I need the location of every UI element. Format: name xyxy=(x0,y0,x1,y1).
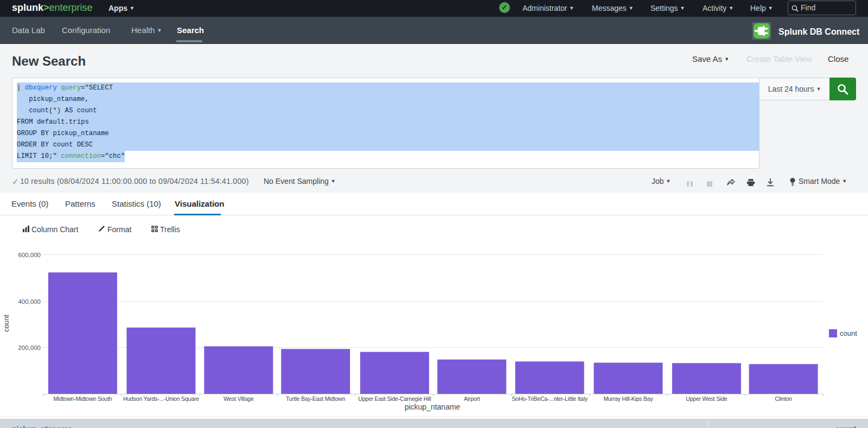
svg-text:Midtown-Midtown South: Midtown-Midtown South xyxy=(53,395,112,402)
svg-text:pickup_ntaname: pickup_ntaname xyxy=(405,403,461,411)
svg-text:Hudson Yards-...-Union Square: Hudson Yards-...-Union Square xyxy=(123,395,199,402)
svg-text:600,000: 600,000 xyxy=(18,252,41,258)
svg-text:Upper West Side: Upper West Side xyxy=(686,395,727,402)
svg-text:Murray Hill-Kips Bay: Murray Hill-Kips Bay xyxy=(603,395,653,402)
svg-text:SoHo-TriBeCa-...nter-Little It: SoHo-TriBeCa-...nter-Little Italy xyxy=(512,395,588,402)
svg-text:Upper East Side-Carnegie Hill: Upper East Side-Carnegie Hill xyxy=(358,395,431,402)
svg-text:count: count xyxy=(840,329,857,337)
svg-text:West Village: West Village xyxy=(224,395,254,402)
svg-text:Turtle Bay-East Midtown: Turtle Bay-East Midtown xyxy=(286,395,346,402)
svg-text:Clinton: Clinton xyxy=(775,395,792,402)
svg-text:Airport: Airport xyxy=(464,395,480,402)
svg-text:200,000: 200,000 xyxy=(18,344,41,351)
svg-text:count: count xyxy=(2,315,10,332)
svg-text:400,000: 400,000 xyxy=(18,298,41,305)
